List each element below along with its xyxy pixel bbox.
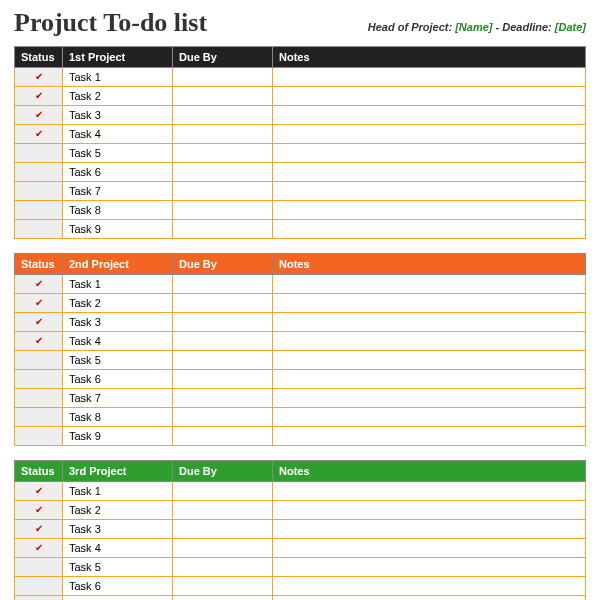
- due-cell[interactable]: [173, 558, 273, 577]
- task-name-cell[interactable]: Task 7: [63, 389, 173, 408]
- due-cell[interactable]: [173, 87, 273, 106]
- due-cell[interactable]: [173, 125, 273, 144]
- status-cell[interactable]: [15, 201, 63, 220]
- status-cell[interactable]: [15, 558, 63, 577]
- status-cell[interactable]: [15, 389, 63, 408]
- task-name-cell[interactable]: Task 1: [63, 275, 173, 294]
- due-cell[interactable]: [173, 220, 273, 239]
- task-name-cell[interactable]: Task 4: [63, 332, 173, 351]
- task-name-cell[interactable]: Task 6: [63, 370, 173, 389]
- status-cell[interactable]: ✔: [15, 106, 63, 125]
- status-cell[interactable]: [15, 408, 63, 427]
- status-cell[interactable]: ✔: [15, 539, 63, 558]
- notes-cell[interactable]: [273, 182, 586, 201]
- task-name-cell[interactable]: Task 1: [63, 482, 173, 501]
- notes-cell[interactable]: [273, 313, 586, 332]
- notes-cell[interactable]: [273, 577, 586, 596]
- task-name-cell[interactable]: Task 3: [63, 106, 173, 125]
- notes-cell[interactable]: [273, 482, 586, 501]
- due-cell[interactable]: [173, 520, 273, 539]
- status-cell[interactable]: ✔: [15, 332, 63, 351]
- status-cell[interactable]: [15, 220, 63, 239]
- notes-cell[interactable]: [273, 68, 586, 87]
- due-cell[interactable]: [173, 275, 273, 294]
- task-name-cell[interactable]: Task 4: [63, 539, 173, 558]
- due-cell[interactable]: [173, 370, 273, 389]
- notes-cell[interactable]: [273, 332, 586, 351]
- notes-cell[interactable]: [273, 408, 586, 427]
- task-name-cell[interactable]: Task 9: [63, 220, 173, 239]
- status-cell[interactable]: [15, 182, 63, 201]
- status-cell[interactable]: [15, 370, 63, 389]
- due-cell[interactable]: [173, 427, 273, 446]
- status-cell[interactable]: ✔: [15, 294, 63, 313]
- due-cell[interactable]: [173, 68, 273, 87]
- task-name-cell[interactable]: Task 9: [63, 427, 173, 446]
- task-name-cell[interactable]: Task 5: [63, 351, 173, 370]
- due-cell[interactable]: [173, 144, 273, 163]
- status-cell[interactable]: ✔: [15, 125, 63, 144]
- task-name-cell[interactable]: Task 8: [63, 408, 173, 427]
- task-name-cell[interactable]: Task 7: [63, 182, 173, 201]
- status-cell[interactable]: [15, 351, 63, 370]
- due-cell[interactable]: [173, 389, 273, 408]
- due-cell[interactable]: [173, 201, 273, 220]
- due-cell[interactable]: [173, 596, 273, 601]
- task-name-cell[interactable]: Task 2: [63, 294, 173, 313]
- notes-cell[interactable]: [273, 201, 586, 220]
- status-cell[interactable]: [15, 596, 63, 601]
- task-name-cell[interactable]: Task 3: [63, 313, 173, 332]
- task-name-cell[interactable]: Task 2: [63, 87, 173, 106]
- due-cell[interactable]: [173, 408, 273, 427]
- notes-cell[interactable]: [273, 520, 586, 539]
- status-cell[interactable]: [15, 577, 63, 596]
- due-cell[interactable]: [173, 106, 273, 125]
- due-cell[interactable]: [173, 482, 273, 501]
- status-cell[interactable]: [15, 427, 63, 446]
- notes-cell[interactable]: [273, 351, 586, 370]
- notes-cell[interactable]: [273, 125, 586, 144]
- notes-cell[interactable]: [273, 501, 586, 520]
- task-name-cell[interactable]: Task 7: [63, 596, 173, 601]
- status-cell[interactable]: ✔: [15, 87, 63, 106]
- notes-cell[interactable]: [273, 558, 586, 577]
- due-cell[interactable]: [173, 351, 273, 370]
- task-name-cell[interactable]: Task 8: [63, 201, 173, 220]
- notes-cell[interactable]: [273, 389, 586, 408]
- due-cell[interactable]: [173, 577, 273, 596]
- task-name-cell[interactable]: Task 5: [63, 144, 173, 163]
- notes-cell[interactable]: [273, 539, 586, 558]
- status-cell[interactable]: ✔: [15, 275, 63, 294]
- task-name-cell[interactable]: Task 3: [63, 520, 173, 539]
- due-cell[interactable]: [173, 163, 273, 182]
- notes-cell[interactable]: [273, 370, 586, 389]
- task-name-cell[interactable]: Task 4: [63, 125, 173, 144]
- notes-cell[interactable]: [273, 275, 586, 294]
- status-cell[interactable]: ✔: [15, 501, 63, 520]
- due-cell[interactable]: [173, 332, 273, 351]
- status-cell[interactable]: ✔: [15, 68, 63, 87]
- notes-cell[interactable]: [273, 144, 586, 163]
- notes-cell[interactable]: [273, 163, 586, 182]
- notes-cell[interactable]: [273, 294, 586, 313]
- notes-cell[interactable]: [273, 87, 586, 106]
- due-cell[interactable]: [173, 539, 273, 558]
- status-cell[interactable]: ✔: [15, 520, 63, 539]
- notes-cell[interactable]: [273, 106, 586, 125]
- due-cell[interactable]: [173, 313, 273, 332]
- notes-cell[interactable]: [273, 427, 586, 446]
- notes-cell[interactable]: [273, 220, 586, 239]
- task-name-cell[interactable]: Task 2: [63, 501, 173, 520]
- status-cell[interactable]: ✔: [15, 482, 63, 501]
- task-name-cell[interactable]: Task 5: [63, 558, 173, 577]
- due-cell[interactable]: [173, 501, 273, 520]
- task-name-cell[interactable]: Task 1: [63, 68, 173, 87]
- task-name-cell[interactable]: Task 6: [63, 163, 173, 182]
- notes-cell[interactable]: [273, 596, 586, 601]
- due-cell[interactable]: [173, 294, 273, 313]
- status-cell[interactable]: [15, 163, 63, 182]
- due-cell[interactable]: [173, 182, 273, 201]
- status-cell[interactable]: [15, 144, 63, 163]
- status-cell[interactable]: ✔: [15, 313, 63, 332]
- task-name-cell[interactable]: Task 6: [63, 577, 173, 596]
